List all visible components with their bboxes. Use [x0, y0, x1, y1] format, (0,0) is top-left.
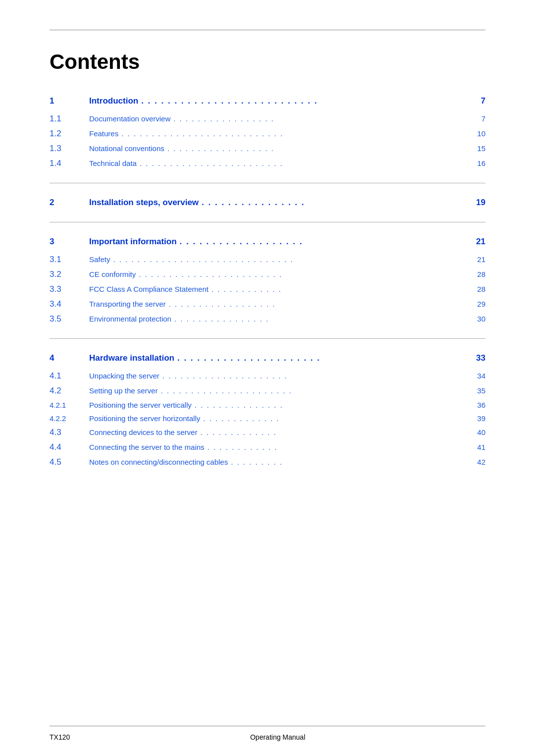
toc-dots-4-5: . . . . . . . . . [231, 458, 466, 466]
toc-title-text-4-2-2: Positioning the server horizontally [89, 414, 200, 423]
toc-section-4-2[interactable]: 4.2 Setting up the server . . . . . . . … [50, 383, 485, 398]
toc-page-3-1: 21 [466, 255, 485, 264]
toc-title-text-1-2: Features [89, 129, 118, 138]
toc-title-4: Hardware installation . . . . . . . . . … [89, 353, 466, 363]
toc-number-4: 4 [50, 353, 89, 363]
toc-page-3-3: 28 [466, 285, 485, 293]
toc-chapter-1[interactable]: 1 Introduction . . . . . . . . . . . . .… [50, 94, 485, 108]
toc-title-4-4: Connecting the server to the mains . . .… [89, 443, 466, 451]
toc-title-text-4-2-1: Positioning the server vertically [89, 401, 192, 409]
toc-number-2: 2 [50, 198, 89, 208]
toc-number-4-2-2: 4.2.2 [50, 414, 89, 423]
toc-page-4: 33 [466, 353, 485, 363]
footer: TX120 Operating Manual [50, 733, 485, 741]
toc-section-4-1[interactable]: 4.1 Unpacking the server . . . . . . . .… [50, 369, 485, 383]
toc-title-1-3: Notational conventions . . . . . . . . .… [89, 144, 466, 153]
toc-number-4-2-1: 4.2.1 [50, 401, 89, 409]
toc-title-text-4-2: Setting up the server [89, 386, 158, 395]
toc-title-4-1: Unpacking the server . . . . . . . . . .… [89, 372, 466, 380]
toc-section-3-2[interactable]: 3.2 CE conformity . . . . . . . . . . . … [50, 267, 485, 282]
toc-page-4-4: 41 [466, 443, 485, 451]
toc-number-1-3: 1.3 [50, 144, 89, 154]
toc-section-1-4[interactable]: 1.4 Technical data . . . . . . . . . . .… [50, 156, 485, 171]
toc-number-4-2: 4.2 [50, 386, 89, 396]
toc-page-4-2-2: 39 [466, 414, 485, 423]
toc-dots-3: . . . . . . . . . . . . . . . . . . . [180, 237, 466, 247]
toc-section-4-4[interactable]: 4.4 Connecting the server to the mains .… [50, 440, 485, 455]
toc-title-text-4-5: Notes on connecting/disconnecting cables [89, 458, 228, 466]
toc-title-3-3: FCC Class A Compliance Statement . . . .… [89, 285, 466, 293]
toc-page-1-1: 7 [466, 114, 485, 123]
toc-title-4-5: Notes on connecting/disconnecting cables… [89, 458, 466, 466]
toc-page-2: 19 [466, 198, 485, 208]
toc-title-text-4-1: Unpacking the server [89, 372, 160, 380]
toc-title-text-3-1: Safety [89, 255, 110, 264]
toc-number-3: 3 [50, 237, 89, 247]
toc-dots-3-1: . . . . . . . . . . . . . . . . . . . . … [113, 255, 466, 264]
toc-dots-4-2-2: . . . . . . . . . . . . . [203, 414, 466, 423]
toc-number-3-3: 3.3 [50, 284, 89, 294]
toc-section-3-4[interactable]: 3.4 Transporting the server . . . . . . … [50, 297, 485, 312]
toc-section-4-2-2[interactable]: 4.2.2 Positioning the server horizontall… [50, 412, 485, 425]
toc-number-4-5: 4.5 [50, 457, 89, 467]
toc-dots-4-3: . . . . . . . . . . . . . [200, 428, 466, 436]
toc-number-1-2: 1.2 [50, 129, 89, 139]
toc-title-text-4: Hardware installation [89, 353, 174, 363]
toc-title-text-3-4: Transporting the server [89, 300, 166, 308]
toc-title-1: Introduction . . . . . . . . . . . . . .… [89, 96, 466, 106]
page-container: Contents 1 Introduction . . . . . . . . … [0, 0, 535, 756]
toc-dots-4-1: . . . . . . . . . . . . . . . . . . . . … [162, 372, 466, 380]
toc-dots-1-2: . . . . . . . . . . . . . . . . . . . . … [121, 129, 466, 138]
toc-dots-3-3: . . . . . . . . . . . . [212, 285, 466, 293]
toc-chapter-3[interactable]: 3 Important information . . . . . . . . … [50, 234, 485, 249]
toc-number-4-3: 4.3 [50, 428, 89, 437]
toc-title-3-4: Transporting the server . . . . . . . . … [89, 300, 466, 308]
divider-4 [50, 338, 485, 339]
toc-title-3-1: Safety . . . . . . . . . . . . . . . . .… [89, 255, 466, 264]
toc-title-1-2: Features . . . . . . . . . . . . . . . .… [89, 129, 466, 138]
toc-dots-1-3: . . . . . . . . . . . . . . . . . . [167, 144, 466, 153]
toc-page-4-1: 34 [466, 372, 485, 380]
toc-title-4-3: Connecting devices to the server . . . .… [89, 428, 466, 436]
toc-section-1-1[interactable]: 1.1 Documentation overview . . . . . . .… [50, 111, 485, 126]
toc-title-text-3-5: Environmental protection [89, 315, 171, 323]
toc-title-text-1: Introduction [89, 96, 138, 106]
toc-page-4-5: 42 [466, 458, 485, 466]
toc-number-3-5: 3.5 [50, 314, 89, 324]
toc-section-4-5[interactable]: 4.5 Notes on connecting/disconnecting ca… [50, 455, 485, 470]
toc-dots-1: . . . . . . . . . . . . . . . . . . . . … [141, 96, 466, 106]
toc-section-1-3[interactable]: 1.3 Notational conventions . . . . . . .… [50, 141, 485, 156]
toc-title-3-2: CE conformity . . . . . . . . . . . . . … [89, 270, 466, 278]
toc-title-4-2-2: Positioning the server horizontally . . … [89, 414, 466, 423]
divider-3 [50, 222, 485, 222]
toc-page-3: 21 [466, 237, 485, 247]
toc-section-3-5[interactable]: 3.5 Environmental protection . . . . . .… [50, 312, 485, 326]
footer-left: TX120 [50, 733, 70, 741]
toc-section-4-3[interactable]: 4.3 Connecting devices to the server . .… [50, 425, 485, 440]
toc-title-text-2: Installation steps, overview [89, 198, 199, 208]
toc-section-3-3[interactable]: 3.3 FCC Class A Compliance Statement . .… [50, 282, 485, 297]
toc-title-1-1: Documentation overview . . . . . . . . .… [89, 114, 466, 123]
toc-dots-3-4: . . . . . . . . . . . . . . . . . . [169, 300, 466, 308]
footer-rule [50, 726, 485, 726]
toc-title-3: Important information . . . . . . . . . … [89, 237, 466, 247]
toc-section-1-2[interactable]: 1.2 Features . . . . . . . . . . . . . .… [50, 126, 485, 141]
toc-number-3-4: 3.4 [50, 299, 89, 309]
toc-title-text-3-3: FCC Class A Compliance Statement [89, 285, 209, 293]
divider-2 [50, 183, 485, 183]
toc-section-3-1[interactable]: 3.1 Safety . . . . . . . . . . . . . . .… [50, 252, 485, 267]
top-rule [50, 30, 485, 30]
toc-dots-1-1: . . . . . . . . . . . . . . . . . [173, 114, 466, 123]
toc-title-text-1-3: Notational conventions [89, 144, 164, 153]
toc-number-4-4: 4.4 [50, 442, 89, 452]
toc-dots-4-2: . . . . . . . . . . . . . . . . . . . . … [160, 386, 466, 395]
toc-chapter-4[interactable]: 4 Hardware installation . . . . . . . . … [50, 351, 485, 366]
toc-dots-3-5: . . . . . . . . . . . . . . . . [174, 315, 466, 323]
toc-title-4-2-1: Positioning the server vertically . . . … [89, 401, 466, 409]
toc-page-3-5: 30 [466, 315, 485, 323]
toc-chapter-2[interactable]: 2 Installation steps, overview . . . . .… [50, 195, 485, 210]
toc-page-1-3: 15 [466, 144, 485, 153]
toc-title-2: Installation steps, overview . . . . . .… [89, 198, 466, 208]
toc-section-4-2-1[interactable]: 4.2.1 Positioning the server vertically … [50, 398, 485, 412]
toc-title-text-1-4: Technical data [89, 159, 137, 167]
